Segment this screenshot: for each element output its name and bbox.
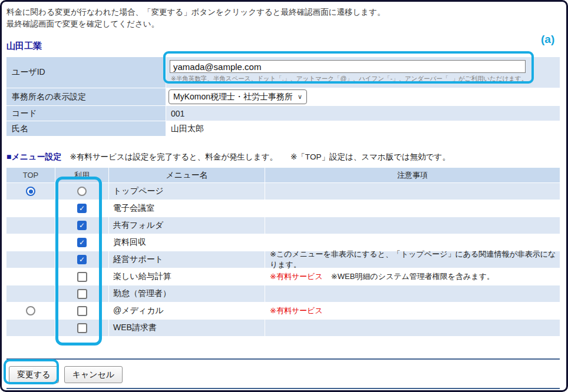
submit-button[interactable]: 変更する (9, 366, 59, 383)
paid-service-note: ※有料サービスは設定を完了すると、料金が発生します。 (70, 152, 278, 162)
userid-input[interactable] (170, 60, 526, 73)
use-checkbox[interactable] (77, 221, 87, 230)
use-checkbox[interactable] (77, 272, 87, 282)
table-row: WEB請求書 (6, 320, 560, 336)
table-row: 事務所名の表示設定 MyKomon税理士・社労士事務所 ∨ (6, 88, 560, 105)
office-display-value-cell: MyKomon税理士・社労士事務所 ∨ (166, 88, 560, 105)
menu-note (265, 183, 560, 200)
table-row: 共有フォルダ (6, 217, 560, 234)
table-row: @メディカル ※有料サービス (6, 303, 560, 319)
cancel-button[interactable]: キャンセル (64, 366, 123, 383)
menu-table: TOP 利用 メニュー名 注意事項 トップページ 電子会議室 共有フォルダ (6, 168, 560, 336)
divider (6, 388, 560, 389)
menu-note (265, 234, 560, 251)
table-row: 氏名 山田太郎 (6, 121, 560, 136)
top-setting-note: ※「TOP」設定は、スマホ版では無効です。 (290, 152, 450, 162)
profile-table: ユーザID ※半角英数字、半角スペース、ドット「.」、アットマーク「@」、ハイフ… (6, 57, 560, 136)
menu-name: 経営サポート (109, 251, 265, 268)
code-value: 001 (166, 106, 560, 121)
menu-note (265, 320, 560, 336)
menu-name: 資料回収 (109, 234, 265, 251)
instruction-line-1: 料金に関わる変更が行なわれた場合、「変更する」ボタンをクリックすると最終確認画面… (6, 6, 560, 18)
table-row: コード 001 (6, 106, 560, 121)
table-row: 経営サポート ※このメニューを非表示にすると、「トップページ」にある関連情報が非… (6, 251, 560, 268)
menu-settings-title: ■メニュー設定 (6, 152, 61, 162)
instruction-line-2: 最終確認画面で変更を確定してください。 (6, 18, 560, 30)
office-name-selected-option: MyKomon税理士・社労士事務所 (173, 92, 293, 102)
menu-name: 楽しい給与計算 (109, 268, 265, 285)
menu-name: トップページ (109, 183, 265, 200)
use-checkbox[interactable] (77, 289, 87, 299)
column-header-notes: 注意事項 (265, 168, 560, 182)
table-row: 勤怠（管理者） (6, 285, 560, 302)
use-radio[interactable] (77, 187, 87, 196)
chevron-down-icon: ∨ (298, 93, 302, 101)
name-label: 氏名 (6, 121, 166, 136)
menu-name: @メディカル (109, 303, 265, 319)
use-checkbox[interactable] (77, 323, 87, 333)
use-checkbox[interactable] (77, 306, 87, 316)
name-value: 山田太郎 (166, 121, 560, 136)
menu-note (265, 285, 560, 302)
button-row: 変更する キャンセル (6, 366, 560, 383)
menu-name: 電子会議室 (109, 200, 265, 217)
column-header-use: 利用 (55, 168, 108, 182)
menu-note (265, 217, 560, 234)
userid-label: ユーザID (6, 57, 166, 88)
menu-note: ※有料サービス (265, 303, 560, 319)
menu-settings-header: ■メニュー設定 ※有料サービスは設定を完了すると、料金が発生します。 ※「TOP… (6, 152, 560, 162)
divider (6, 358, 560, 360)
use-checkbox[interactable] (77, 238, 87, 247)
use-checkbox[interactable] (77, 255, 87, 264)
user-settings-page: 料金に関わる変更が行なわれた場合、「変更する」ボタンをクリックすると最終確認画面… (0, 0, 568, 392)
menu-name: 勤怠（管理者） (109, 285, 265, 302)
menu-note (265, 200, 560, 217)
page-instructions: 料金に関わる変更が行なわれた場合、「変更する」ボタンをクリックすると最終確認画面… (6, 5, 560, 30)
table-row: 楽しい給与計算 ※有料サービス※WEB明細のシステム管理者権限を含みます。 (6, 268, 560, 285)
table-row: 資料回収 (6, 234, 560, 251)
column-header-top: TOP (6, 168, 55, 182)
code-label: コード (6, 106, 166, 121)
office-display-label: 事務所名の表示設定 (6, 88, 166, 105)
table-row: トップページ (6, 183, 560, 200)
column-header-menu-name: メニュー名 (109, 168, 265, 182)
menu-note: ※有料サービス※WEB明細のシステム管理者権限を含みます。 (265, 268, 560, 285)
use-checkbox[interactable] (77, 204, 87, 213)
company-name-heading: 山田工業 (6, 41, 560, 52)
menu-note: ※このメニューを非表示にすると、「トップページ」にある関連情報が非表示になります… (265, 251, 560, 268)
table-row: 電子会議室 (6, 200, 560, 217)
menu-name: 共有フォルダ (109, 217, 265, 234)
userid-value-cell: ※半角英数字、半角スペース、ドット「.」、アットマーク「@」、ハイフン「-」、ア… (166, 57, 560, 88)
top-radio[interactable] (26, 306, 35, 315)
menu-name: WEB請求書 (109, 320, 265, 336)
menu-table-header-row: TOP 利用 メニュー名 注意事項 (6, 168, 560, 182)
userid-format-note: ※半角英数字、半角スペース、ドット「.」、アットマーク「@」、ハイフン「-」、ア… (171, 75, 527, 83)
table-row: ユーザID ※半角英数字、半角スペース、ドット「.」、アットマーク「@」、ハイフ… (6, 57, 560, 88)
top-radio[interactable] (26, 187, 35, 196)
office-name-select[interactable]: MyKomon税理士・社労士事務所 ∨ (169, 89, 307, 104)
